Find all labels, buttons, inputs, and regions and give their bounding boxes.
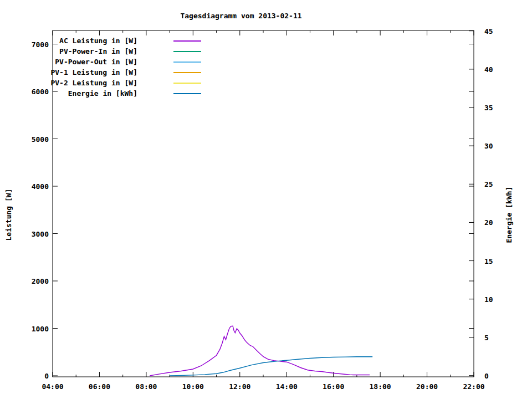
- legend-line-sample: [173, 83, 201, 84]
- x-tick-label: 04:00: [42, 382, 63, 391]
- legend-label: AC Leistung in [W]: [50, 37, 137, 45]
- legend-label: PV-Power-Out in [W]: [50, 58, 137, 66]
- x-tick-label: 16:00: [323, 382, 344, 391]
- legend-item-pv-power-in: PV-Power-In in [W]: [50, 46, 201, 57]
- legend-label: PV-2 Leistung in [W]: [50, 79, 137, 87]
- legend-item-ac-leistung: AC Leistung in [W]: [50, 35, 201, 46]
- legend-item-energie: Energie in [kWh]: [50, 88, 201, 99]
- legend: AC Leistung in [W] PV-Power-In in [W] PV…: [50, 35, 201, 99]
- legend-line-sample: [173, 62, 201, 63]
- y-left-tick-label: 5000: [16, 135, 49, 143]
- x-tick-label: 12:00: [229, 382, 250, 391]
- legend-line-sample: [173, 93, 201, 94]
- y-right-tick-label: 20: [484, 218, 493, 227]
- x-tick-label: 10:00: [182, 382, 204, 391]
- x-tick-label: 08:00: [135, 382, 157, 391]
- x-tick-label: 20:00: [416, 382, 438, 391]
- y-right-tick-label: 25: [484, 180, 493, 188]
- y-left-tick-label: 3000: [16, 229, 49, 238]
- x-tick-label: 14:00: [276, 382, 298, 391]
- y-right-tick-label: 45: [484, 27, 493, 35]
- legend-item-pv1-leistung: PV-1 Leistung in [W]: [50, 67, 201, 78]
- y-right-tick-label: 30: [484, 142, 493, 150]
- legend-line-sample: [173, 40, 201, 42]
- legend-item-pv-power-out: PV-Power-Out in [W]: [50, 57, 201, 67]
- legend-label: PV-1 Leistung in [W]: [50, 68, 137, 76]
- y-left-tick-label: 1000: [16, 324, 49, 332]
- y-right-tick-label: 40: [484, 65, 493, 73]
- legend-item-pv2-leistung: PV-2 Leistung in [W]: [50, 78, 201, 88]
- legend-line-sample: [173, 72, 201, 73]
- series-ac-leistung-in-w-: [150, 326, 370, 376]
- y-left-tick-label: 2000: [16, 277, 49, 285]
- x-tick-label: 18:00: [370, 382, 391, 391]
- y-right-tick-label: 35: [484, 103, 493, 111]
- y-left-tick-label: 0: [16, 372, 49, 380]
- y-right-tick-label: 15: [484, 257, 493, 265]
- legend-label: Energie in [kWh]: [50, 89, 137, 98]
- y-right-tick-label: 10: [484, 295, 493, 303]
- x-tick-label: 22:00: [463, 382, 484, 391]
- x-tick-label: 06:00: [89, 382, 110, 391]
- y-left-tick-label: 4000: [16, 182, 49, 191]
- chart-window: Tagesdiagramm vom 2013-02-11 Leistung [W…: [0, 0, 532, 399]
- y-right-tick-label: 5: [484, 333, 489, 341]
- y-left-tick-label: 6000: [16, 88, 49, 96]
- y-right-tick-label: 0: [484, 372, 489, 380]
- y-left-tick-label: 7000: [16, 40, 49, 48]
- legend-line-sample: [173, 51, 201, 52]
- legend-label: PV-Power-In in [W]: [50, 47, 137, 55]
